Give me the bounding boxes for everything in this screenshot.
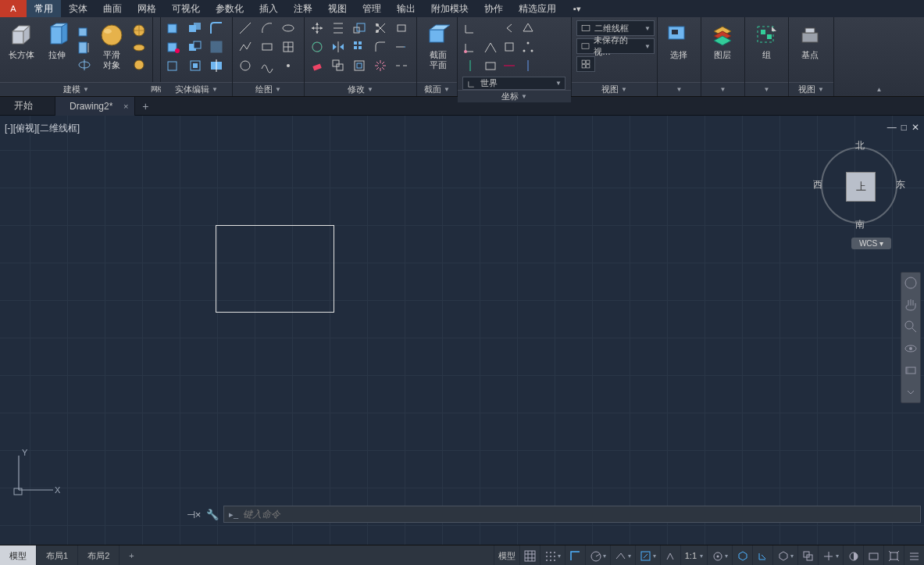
rotate3d-icon[interactable] <box>309 39 325 55</box>
status-ortho-icon[interactable] <box>565 545 585 565</box>
point-icon[interactable] <box>280 58 296 73</box>
pan-icon[interactable] <box>904 298 918 312</box>
status-scale-dropdown[interactable]: 1:1▾ <box>680 545 707 565</box>
move-icon[interactable] <box>309 20 325 36</box>
shell-icon[interactable] <box>166 58 181 73</box>
full-nav-wheel-icon[interactable] <box>904 276 918 290</box>
ucs-origin-icon[interactable] <box>462 39 478 55</box>
cmd-history-icon[interactable]: ▸_ <box>229 510 238 520</box>
intersect-icon[interactable] <box>187 58 203 73</box>
layout-tab[interactable]: 布局2 <box>78 545 120 565</box>
status-customize-icon[interactable] <box>904 545 924 565</box>
status-3dosnap-icon[interactable] <box>732 545 752 565</box>
taper-face-icon[interactable] <box>166 39 181 55</box>
align-icon[interactable] <box>330 20 346 36</box>
quick-camera-dropdown[interactable]: ▪▾ <box>569 0 586 17</box>
erase-icon[interactable] <box>309 58 325 73</box>
navbar-expand-icon[interactable] <box>904 385 918 399</box>
panel-section-title[interactable]: 截面▼ <box>417 82 457 96</box>
panel-base-title[interactable]: 视图▼ <box>789 82 833 96</box>
ucs-y-icon[interactable] <box>520 58 536 73</box>
status-annoscale-icon[interactable] <box>660 545 680 565</box>
menu-tab-输出[interactable]: 输出 <box>389 0 423 17</box>
visual-style-dropdown[interactable]: 二维线框▼ <box>576 20 655 36</box>
status-osnap-icon[interactable]: ▾ <box>635 545 660 565</box>
ucs-view-icon[interactable] <box>483 58 498 73</box>
menu-tab-协作[interactable]: 协作 <box>476 0 511 17</box>
ellipse-icon[interactable] <box>280 20 296 36</box>
panel-modify-title[interactable]: 修改▼ <box>305 82 416 96</box>
menu-tab-注释[interactable]: 注释 <box>286 0 320 17</box>
view-cube-north[interactable]: 北 <box>855 139 865 152</box>
mesh-cone-icon[interactable] <box>131 57 147 73</box>
mesh-sphere-icon[interactable] <box>131 23 147 38</box>
select-tool[interactable]: 选择 <box>662 20 695 62</box>
view-cube-south[interactable]: 南 <box>855 218 865 231</box>
ucs-world-icon[interactable] <box>483 39 498 55</box>
cmd-customize-icon[interactable]: 🔧 <box>205 506 220 522</box>
status-grid-icon[interactable] <box>519 545 540 565</box>
ucs-3point-icon[interactable] <box>520 39 536 55</box>
drawing-canvas[interactable]: [-][俯视][二维线框] — □ ✕ 上 北 南 东 西 WCS ▾ Y X … <box>0 116 924 545</box>
ucs-object-icon[interactable] <box>501 39 517 55</box>
extend-icon[interactable] <box>394 39 409 55</box>
status-isolate-icon[interactable] <box>883 545 904 565</box>
status-iso-icon[interactable]: ▾ <box>610 545 635 565</box>
viewport-close-icon[interactable]: ✕ <box>912 122 919 133</box>
menu-tab-实体[interactable]: 实体 <box>61 0 95 17</box>
close-tab-icon[interactable]: × <box>123 102 128 111</box>
ribbon-collapse-icon[interactable]: ▲ <box>834 82 924 96</box>
panel-coord-title[interactable]: 坐标▼ <box>458 90 571 102</box>
status-workspace-icon[interactable] <box>843 545 863 565</box>
status-gizmo-icon[interactable]: ▾ <box>707 545 732 565</box>
command-input-wrap[interactable]: ▸_ <box>223 506 921 523</box>
drawn-rectangle[interactable] <box>216 225 334 313</box>
break-icon[interactable] <box>394 58 409 73</box>
chamfer-edge-icon[interactable] <box>209 39 224 55</box>
view-cube-top-face[interactable]: 上 <box>846 172 876 202</box>
add-layout-button[interactable]: + <box>120 545 143 565</box>
array-icon[interactable] <box>351 39 367 55</box>
saved-view-dropdown[interactable]: 未保存的视…▼ <box>576 38 655 54</box>
union-icon[interactable] <box>187 20 203 36</box>
status-gizmo-move-icon[interactable]: ▾ <box>818 545 843 565</box>
view-manager-icon[interactable] <box>576 56 595 72</box>
polyline-icon[interactable] <box>237 39 253 55</box>
ucs-axis-icon[interactable]: Y X <box>9 445 64 499</box>
scale-icon[interactable] <box>351 20 367 36</box>
presspull-icon[interactable] <box>77 40 92 55</box>
extrude-face-icon[interactable] <box>166 20 181 36</box>
ucs-x-icon[interactable] <box>501 58 517 73</box>
circle-icon[interactable] <box>237 58 253 73</box>
menu-tab-插入[interactable]: 插入 <box>252 0 286 17</box>
layer-tool[interactable]: 图层 <box>706 20 739 62</box>
view-cube-west[interactable]: 西 <box>813 178 822 191</box>
panel-view-title[interactable]: 视图▼ <box>572 82 657 96</box>
status-selection-filter-icon[interactable]: ▾ <box>772 545 797 565</box>
polysolid-icon[interactable] <box>77 23 92 38</box>
menu-tab-曲面[interactable]: 曲面 <box>95 0 130 17</box>
status-selection-cycling-icon[interactable] <box>797 545 818 565</box>
fillet-edge-icon[interactable] <box>209 20 224 36</box>
viewport-label[interactable]: [-][俯视][二维线框] <box>5 122 80 135</box>
arc-icon[interactable] <box>259 20 275 36</box>
file-tab[interactable]: 开始 <box>0 97 55 116</box>
layout-tab[interactable]: 布局1 <box>37 545 78 565</box>
view-cube[interactable]: 上 北 南 东 西 <box>816 142 902 228</box>
mirror3d-icon[interactable] <box>330 39 346 55</box>
status-polar-icon[interactable]: ▾ <box>585 545 610 565</box>
status-model-button[interactable]: 模型 <box>494 545 519 565</box>
showmotion-icon[interactable] <box>904 363 918 377</box>
view-cube-east[interactable]: 东 <box>896 178 905 191</box>
ucs-icon[interactable] <box>462 20 478 36</box>
revolve-icon[interactable] <box>77 57 92 73</box>
ucs-named-dropdown[interactable]: 世界▼ <box>462 77 565 90</box>
trim-icon[interactable] <box>373 20 388 36</box>
ucs-prev-icon[interactable] <box>501 20 517 36</box>
ucs-z-icon[interactable] <box>462 58 478 73</box>
viewport-maximize-icon[interactable]: □ <box>901 122 907 133</box>
group-tool[interactable]: 组 <box>750 20 783 62</box>
menu-tab-网格[interactable]: 网格 <box>130 0 164 17</box>
app-menu-button[interactable]: A <box>0 0 27 17</box>
slice-icon[interactable] <box>209 58 224 73</box>
